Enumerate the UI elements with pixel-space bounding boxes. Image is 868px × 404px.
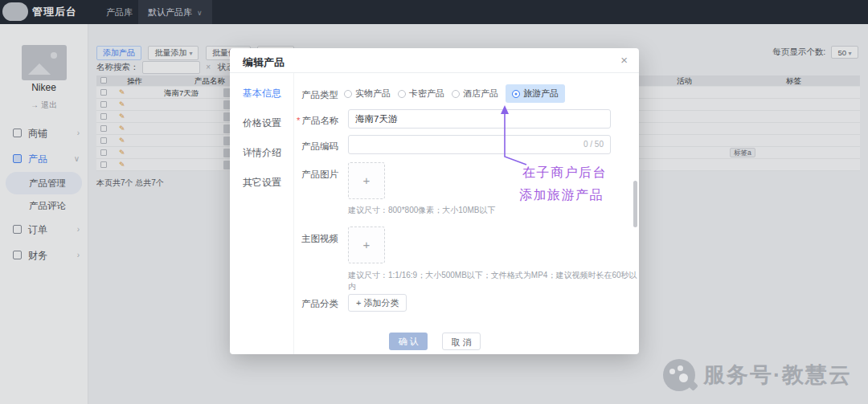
radio-label: 实物产品 xyxy=(355,88,391,100)
modal-divider xyxy=(230,72,639,73)
radio-icon xyxy=(344,90,352,98)
char-counter: 0 / 50 xyxy=(583,136,604,153)
video-hint: 建议尺寸：1:1/16:9；大小500MB以下；文件格式为MP4；建议视频时长在… xyxy=(348,270,639,292)
product-image-label: 产品图片 xyxy=(301,169,338,181)
radio-label: 卡密产品 xyxy=(409,88,444,100)
confirm-button[interactable]: 确 认 xyxy=(389,333,428,350)
radio-label: 酒店产品 xyxy=(463,88,498,100)
radio-icon xyxy=(398,90,406,98)
annotation-line1: 在子商户后台 xyxy=(522,165,607,182)
tab-detail-intro[interactable]: 详情介绍 xyxy=(243,146,289,160)
product-code-label: 产品编码 xyxy=(301,141,338,153)
radio-label: 旅游产品 xyxy=(523,88,559,100)
product-name-label: *产品名称 xyxy=(297,115,338,127)
annotation-arrow xyxy=(482,100,579,174)
radio-icon xyxy=(452,90,460,98)
close-icon[interactable]: × xyxy=(620,53,628,67)
product-name-label-text: 产品名称 xyxy=(301,116,338,125)
product-type-label: 产品类型 xyxy=(301,89,338,101)
radio-physical-product[interactable]: 实物产品 xyxy=(344,88,391,100)
required-mark: * xyxy=(297,116,300,125)
plus-icon: + xyxy=(363,238,371,251)
radio-checked-icon xyxy=(512,90,520,98)
annotation-line2: 添加旅游产品 xyxy=(519,187,604,204)
logo-placeholder xyxy=(2,2,28,21)
main-video-label: 主图视频 xyxy=(301,233,338,245)
modal-tab-divider xyxy=(293,73,294,354)
watermark: 服务号·教慧云 xyxy=(663,359,852,391)
radio-card-product[interactable]: 卡密产品 xyxy=(398,88,444,100)
app-root: 管理后台 产品库 默认产品库∨ Nikee → 退出 商铺 › 产品 ∨ 产品管… xyxy=(0,0,868,404)
watermark-text: 服务号·教慧云 xyxy=(703,361,852,390)
cancel-button[interactable]: 取 消 xyxy=(442,333,481,350)
image-hint: 建议尺寸：800*800像素；大小10MB以下 xyxy=(348,205,495,216)
image-upload-box[interactable]: + xyxy=(348,162,385,199)
plus-icon: + xyxy=(363,173,371,187)
watermark-logo-icon xyxy=(663,359,695,391)
add-category-button[interactable]: + 添加分类 xyxy=(348,294,407,312)
modal-scrollbar-thumb[interactable] xyxy=(633,181,637,227)
tab-price-settings[interactable]: 价格设置 xyxy=(243,116,289,130)
product-category-label: 产品分类 xyxy=(301,298,338,310)
modal-title: 编辑产品 xyxy=(243,55,285,70)
tab-other-settings[interactable]: 其它设置 xyxy=(243,176,289,190)
tab-basic-info[interactable]: 基本信息 xyxy=(243,87,289,100)
video-upload-box[interactable]: + xyxy=(348,226,385,263)
radio-hotel-product[interactable]: 酒店产品 xyxy=(452,88,498,100)
